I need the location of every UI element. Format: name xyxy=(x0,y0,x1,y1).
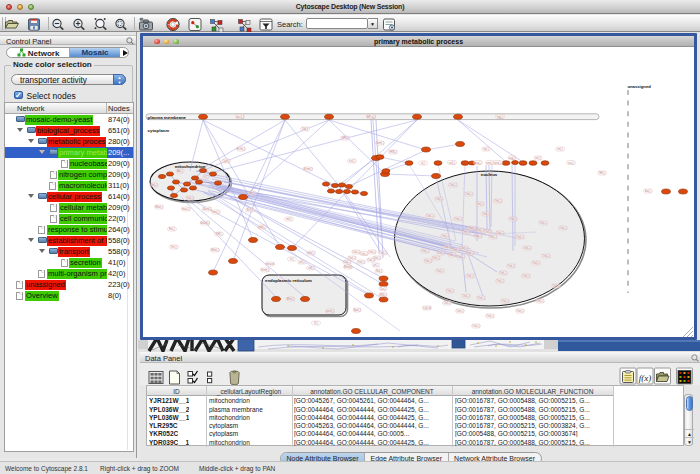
svg-text:Sem(-): Sem(-) xyxy=(261,268,269,272)
svg-text:Bct(-): Bct(-) xyxy=(247,208,253,212)
svg-text:Ab(-): Ab(-) xyxy=(177,169,183,173)
svg-text:Oxi(+): Oxi(+) xyxy=(507,264,514,268)
svg-text:GPI a(-): GPI a(-) xyxy=(366,115,375,119)
svg-text:SM(-): SM(-) xyxy=(216,232,223,236)
svg-text:trn(-): trn(-) xyxy=(557,147,563,151)
svg-text:pda(-): pda(-) xyxy=(259,225,266,229)
svg-text:Mito(-): Mito(-) xyxy=(155,205,163,209)
svg-text:GPI(-): GPI(-) xyxy=(341,136,348,140)
svg-text:a(-): a(-) xyxy=(421,161,425,165)
svg-text:Oxi(+): Oxi(+) xyxy=(468,226,475,230)
svg-text:Oxi(+): Oxi(+) xyxy=(542,254,549,258)
svg-text:Oxi(+): Oxi(+) xyxy=(466,251,473,255)
svg-text:Dd(-): Dd(-) xyxy=(302,127,308,131)
svg-text:he(-): he(-) xyxy=(249,191,255,195)
svg-text:Oxi(+): Oxi(+) xyxy=(462,294,469,298)
svg-text:Oxi(+): Oxi(+) xyxy=(482,212,489,216)
svg-text:mitochondrion: mitochondrion xyxy=(175,164,206,169)
svg-text:Oxi(+): Oxi(+) xyxy=(472,324,479,328)
svg-text:endoplasmic reticulum: endoplasmic reticulum xyxy=(265,278,312,283)
svg-text:pest(-): pest(-) xyxy=(326,309,334,313)
svg-text:Oxi(+): Oxi(+) xyxy=(509,217,516,221)
svg-text:intracel: intracel xyxy=(266,262,275,266)
svg-text:Cyt(-d): Cyt(-d) xyxy=(423,306,431,310)
svg-text:trp(-): trp(-) xyxy=(483,147,489,151)
svg-text:Oxi(+): Oxi(+) xyxy=(449,183,456,187)
svg-text:Oxi(+): Oxi(+) xyxy=(432,256,439,260)
svg-text:Oxi(+): Oxi(+) xyxy=(532,261,539,265)
svg-text:Oxi(+): Oxi(+) xyxy=(348,256,355,260)
svg-text:hig(-): hig(-) xyxy=(497,115,503,119)
svg-text:Oxi(+): Oxi(+) xyxy=(457,255,464,259)
svg-text:Mito(-): Mito(-) xyxy=(211,248,219,252)
svg-text:Oxi(+): Oxi(+) xyxy=(343,260,350,264)
svg-text:Oxi(+): Oxi(+) xyxy=(476,202,483,206)
svg-text:tca(-): tca(-) xyxy=(349,159,355,163)
svg-text:pr(-): pr(-) xyxy=(374,263,379,267)
svg-text:Oxi(+): Oxi(+) xyxy=(484,230,491,234)
svg-text:f(x): f(x) xyxy=(639,373,652,383)
svg-text:plasma membrane: plasma membrane xyxy=(148,115,187,120)
svg-text:Oxi(+): Oxi(+) xyxy=(496,279,503,283)
svg-text:Galek(-): Galek(-) xyxy=(200,221,210,225)
svg-text:Oxi(+): Oxi(+) xyxy=(496,231,503,235)
svg-text:Dtr(-): Dtr(-) xyxy=(171,245,177,249)
svg-text:Oxi(+): Oxi(+) xyxy=(539,221,546,225)
svg-text:Oxi(+): Oxi(+) xyxy=(367,258,374,262)
svg-text:Oxi(+): Oxi(+) xyxy=(536,299,543,303)
svg-text:cel(-): cel(-) xyxy=(449,161,455,165)
svg-text:Oxi(+): Oxi(+) xyxy=(456,309,463,313)
svg-text:Ion t(-): Ion t(-) xyxy=(236,115,244,119)
svg-text:Cyt(-): Cyt(-) xyxy=(223,159,230,163)
svg-text:SH(-): SH(-) xyxy=(599,171,605,175)
svg-text:bas(+): bas(+) xyxy=(182,207,190,211)
svg-text:Oxi(+): Oxi(+) xyxy=(501,299,508,303)
svg-text:Oxi(+): Oxi(+) xyxy=(523,246,530,250)
svg-text:unassigned: unassigned xyxy=(628,84,652,89)
svg-text:Oxi(+): Oxi(+) xyxy=(437,251,444,255)
svg-text:tr(-): tr(-) xyxy=(290,257,294,261)
svg-text:Oxi(+): Oxi(+) xyxy=(494,199,501,203)
svg-text:Oxi(+): Oxi(+) xyxy=(441,234,448,238)
svg-text:Oxi(+): Oxi(+) xyxy=(499,271,506,275)
svg-text:arg(-): arg(-) xyxy=(509,156,515,160)
svg-text:Oxi(+): Oxi(+) xyxy=(476,228,483,232)
svg-text:rRN(-): rRN(-) xyxy=(389,150,396,154)
svg-text:Daus(-): Daus(-) xyxy=(203,207,212,211)
svg-text:Oxi(+): Oxi(+) xyxy=(522,274,529,278)
svg-text:Oxi(+): Oxi(+) xyxy=(357,260,364,264)
svg-text:Cle(-): Cle(-) xyxy=(380,287,387,291)
svg-text:Oxi(+): Oxi(+) xyxy=(462,230,469,234)
svg-text:Oxi(+): Oxi(+) xyxy=(360,252,367,256)
svg-text:ctd(-): ctd(-) xyxy=(308,266,314,270)
svg-text:pro(-): pro(-) xyxy=(495,161,501,165)
svg-text:Oxi(+): Oxi(+) xyxy=(460,246,467,250)
svg-text:Oxi(+): Oxi(+) xyxy=(448,253,455,257)
svg-text:Oxi(+): Oxi(+) xyxy=(474,234,481,238)
svg-text:Oxi(+): Oxi(+) xyxy=(486,314,493,318)
svg-text:Oxi(+): Oxi(+) xyxy=(368,250,375,254)
svg-text:Oxi(+): Oxi(+) xyxy=(443,245,450,249)
svg-text:Oxi(+): Oxi(+) xyxy=(465,192,472,196)
svg-text:Oxi(+): Oxi(+) xyxy=(559,226,566,230)
svg-text:Oxi(+): Oxi(+) xyxy=(516,235,523,239)
svg-text:Mito(-): Mito(-) xyxy=(287,297,295,301)
svg-text:Oxi(+): Oxi(+) xyxy=(421,249,428,253)
svg-text:Oxi(+): Oxi(+) xyxy=(477,296,484,300)
svg-text:Oxi(+): Oxi(+) xyxy=(352,250,359,254)
svg-text:hem(-): hem(-) xyxy=(376,141,384,145)
svg-text:nucleus: nucleus xyxy=(481,172,498,177)
svg-text:tf(-): tf(-) xyxy=(314,321,318,325)
svg-text:hes(-): hes(-) xyxy=(213,210,220,214)
svg-text:Oxi(+): Oxi(+) xyxy=(516,309,523,313)
svg-text:Oxi(+): Oxi(+) xyxy=(426,214,433,218)
svg-text:ana(-): ana(-) xyxy=(475,161,482,165)
svg-text:Oxi(+): Oxi(+) xyxy=(186,196,193,200)
svg-text:Oxi(+): Oxi(+) xyxy=(452,248,459,252)
svg-text:mt(-): mt(-) xyxy=(286,217,292,221)
svg-text:tca(-): tca(-) xyxy=(568,161,574,165)
svg-text:Schm(-): Schm(-) xyxy=(303,167,312,171)
svg-text:tRN(-): tRN(-) xyxy=(379,293,386,297)
svg-text:mlo(-): mlo(-) xyxy=(308,251,315,255)
svg-text:Oxi(+): Oxi(+) xyxy=(436,269,443,273)
